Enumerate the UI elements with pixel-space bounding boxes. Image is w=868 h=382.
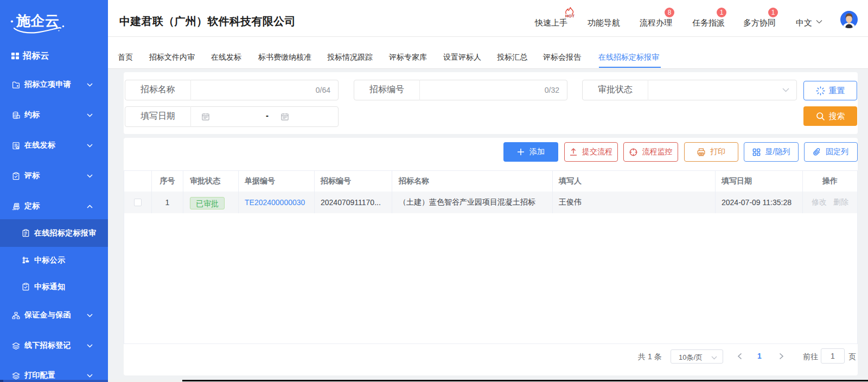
svg-text:施企云: 施企云 [16,12,60,29]
svg-text:HOT: HOT [565,14,575,18]
